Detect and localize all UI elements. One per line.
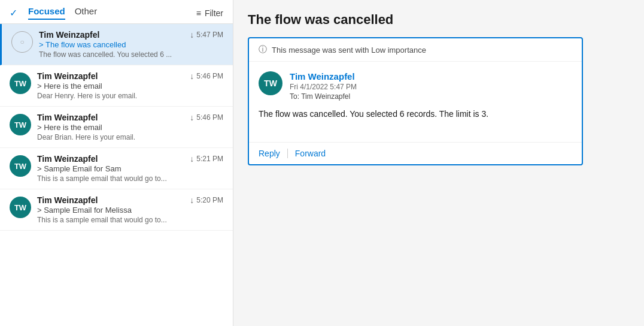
- email-body: TW Tim Weinzapfel Fri 4/1/2022 5:47 PM T…: [249, 62, 582, 142]
- mail-item-4[interactable]: TW Tim Weinzapfel ↓ 5:21 PM > Sample Ema…: [0, 148, 233, 189]
- mail-header-3: Tim Weinzapfel ↓ 5:46 PM: [37, 113, 223, 122]
- time-row-4: ↓ 5:21 PM: [187, 154, 223, 164]
- time-row-3: ↓ 5:46 PM: [187, 113, 223, 122]
- mail-time-1: 5:47 PM: [196, 31, 223, 39]
- time-row-2: ↓ 5:46 PM: [187, 71, 223, 81]
- mail-header-4: Tim Weinzapfel ↓ 5:21 PM: [37, 154, 223, 164]
- time-row-1: ↓ 5:47 PM: [187, 30, 223, 40]
- tabs-bar: ✓ Focused Other ≡ Filter: [0, 0, 233, 24]
- avatar-5: TW: [10, 197, 31, 218]
- email-actions: Reply Forward: [249, 142, 582, 164]
- mail-sender-2: Tim Weinzapfel: [37, 71, 98, 81]
- reply-button[interactable]: Reply: [259, 149, 280, 158]
- mail-arrow-2: ↓: [190, 71, 194, 81]
- sender-avatar: TW: [259, 71, 282, 95]
- email-detail-panel: The flow was cancelled ⓘ This message wa…: [233, 0, 644, 326]
- info-icon: ⓘ: [259, 44, 267, 55]
- filter-label: Filter: [205, 8, 223, 18]
- mail-preview-5: This is a sample email that would go to.…: [37, 216, 223, 224]
- sender-info: Tim Weinzapfel Fri 4/1/2022 5:47 PM To: …: [290, 71, 572, 101]
- mail-content-4: Tim Weinzapfel ↓ 5:21 PM > Sample Email …: [37, 154, 223, 183]
- mail-header-1: Tim Weinzapfel ↓ 5:47 PM: [39, 30, 223, 40]
- mail-subject-4: > Sample Email for Sam: [37, 164, 223, 173]
- importance-bar: ⓘ This message was sent with Low importa…: [249, 38, 582, 62]
- filter-icon: ≡: [196, 8, 201, 18]
- mail-time-2: 5:46 PM: [196, 72, 223, 80]
- mail-arrow-1: ↓: [190, 30, 194, 40]
- mail-time-3: 5:46 PM: [196, 113, 223, 122]
- mail-preview-1: The flow was cancelled. You selected 6 .…: [39, 50, 223, 59]
- mail-sender-5: Tim Weinzapfel: [37, 195, 98, 205]
- mail-arrow-4: ↓: [190, 154, 194, 164]
- avatar-4: TW: [10, 155, 31, 177]
- forward-button[interactable]: Forward: [295, 149, 326, 158]
- mail-subject-3: > Here is the email: [37, 123, 223, 132]
- mail-content-3: Tim Weinzapfel ↓ 5:46 PM > Here is the e…: [37, 113, 223, 141]
- sender-to: To: Tim Weinzapfel: [290, 92, 572, 101]
- mail-sender-4: Tim Weinzapfel: [37, 154, 98, 164]
- mail-time-4: 5:21 PM: [196, 155, 223, 163]
- mail-subject-5: > Sample Email for Melissa: [37, 206, 223, 215]
- mail-subject-1: > The flow was cancelled: [39, 40, 223, 49]
- mail-sender-3: Tim Weinzapfel: [37, 113, 98, 122]
- mail-preview-3: Dear Brian. Here is your email.: [37, 133, 223, 141]
- mail-header-2: Tim Weinzapfel ↓ 5:46 PM: [37, 71, 223, 81]
- mail-sender-1: Tim Weinzapfel: [39, 30, 99, 40]
- mail-subject-2: > Here is the email: [37, 82, 223, 90]
- mail-header-5: Tim Weinzapfel ↓ 5:20 PM: [37, 195, 223, 205]
- mail-list-panel: ✓ Focused Other ≡ Filter ○ Tim Weinzapfe…: [0, 0, 233, 326]
- avatar-2: TW: [10, 73, 31, 94]
- email-message: The flow was cancelled. You selected 6 r…: [259, 108, 572, 120]
- mail-preview-2: Dear Henry. Here is your email.: [37, 92, 223, 100]
- avatar-placeholder-1: ○: [11, 31, 33, 53]
- mail-content-1: Tim Weinzapfel ↓ 5:47 PM > The flow was …: [39, 30, 223, 59]
- time-row-5: ↓ 5:20 PM: [187, 195, 223, 205]
- action-divider: [287, 149, 288, 158]
- mail-arrow-3: ↓: [190, 113, 194, 122]
- mail-item-1[interactable]: ○ Tim Weinzapfel ↓ 5:47 PM > The flow wa…: [0, 24, 233, 65]
- mail-item-5[interactable]: TW Tim Weinzapfel ↓ 5:20 PM > Sample Ema…: [0, 189, 233, 231]
- sender-row: TW Tim Weinzapfel Fri 4/1/2022 5:47 PM T…: [259, 71, 572, 101]
- mail-content-2: Tim Weinzapfel ↓ 5:46 PM > Here is the e…: [37, 71, 223, 100]
- filter-button[interactable]: ≡ Filter: [196, 8, 223, 18]
- tab-focused[interactable]: Focused: [28, 6, 65, 20]
- email-card: ⓘ This message was sent with Low importa…: [248, 37, 583, 165]
- mail-list: ○ Tim Weinzapfel ↓ 5:47 PM > The flow wa…: [0, 24, 233, 326]
- mail-item-2[interactable]: TW Tim Weinzapfel ↓ 5:46 PM > Here is th…: [0, 65, 233, 107]
- tab-other[interactable]: Other: [75, 6, 98, 20]
- mail-content-5: Tim Weinzapfel ↓ 5:20 PM > Sample Email …: [37, 195, 223, 224]
- mail-arrow-5: ↓: [190, 195, 194, 205]
- avatar-3: TW: [10, 114, 31, 135]
- sender-name: Tim Weinzapfel: [290, 71, 572, 82]
- sender-date: Fri 4/1/2022 5:47 PM: [290, 83, 572, 91]
- check-icon: ✓: [10, 7, 17, 19]
- email-title: The flow was cancelled: [248, 12, 630, 28]
- mail-item-3[interactable]: TW Tim Weinzapfel ↓ 5:46 PM > Here is th…: [0, 107, 233, 148]
- mail-time-5: 5:20 PM: [196, 196, 223, 204]
- mail-preview-4: This is a sample email that would go to.…: [37, 174, 223, 183]
- importance-text: This message was sent with Low importanc…: [272, 46, 426, 55]
